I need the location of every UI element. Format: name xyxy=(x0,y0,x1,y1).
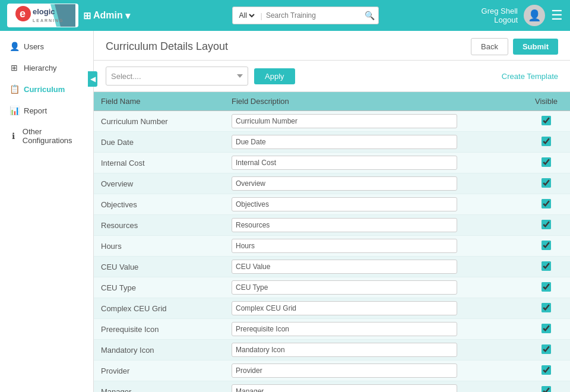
sidebar-label-curriculum: Curriculum xyxy=(24,85,65,94)
search-button[interactable]: 🔍 xyxy=(365,11,375,20)
visible-checkbox[interactable] xyxy=(542,241,551,250)
field-name-cell: Complex CEU Grid xyxy=(94,298,224,319)
visible-checkbox[interactable] xyxy=(542,344,551,354)
field-name-cell: CEU Value xyxy=(94,257,224,277)
search-input[interactable] xyxy=(266,11,361,20)
table-row: Objectives xyxy=(94,194,570,215)
header-actions: Back Submit xyxy=(471,38,558,55)
submit-button[interactable]: Submit xyxy=(513,39,558,55)
visible-checkbox[interactable] xyxy=(542,116,551,125)
search-bar: All | 🔍 xyxy=(232,7,378,24)
toolbar: Select.... Apply Create Template xyxy=(94,61,570,92)
visible-checkbox[interactable] xyxy=(542,324,551,333)
navbar-left: e elogic LEARNING ⊞ Admin ▾ xyxy=(7,4,130,27)
field-desc-input[interactable] xyxy=(232,218,457,232)
field-desc-cell xyxy=(224,236,522,257)
field-name-cell: Due Date xyxy=(94,132,224,153)
field-desc-cell xyxy=(224,319,522,340)
field-desc-input[interactable] xyxy=(232,176,457,191)
svg-text:elogic: elogic xyxy=(33,7,55,16)
sidebar-item-curriculum[interactable]: 📋 Curriculum xyxy=(0,78,93,100)
sidebar-item-users[interactable]: 👤 Users xyxy=(0,36,93,57)
svg-text:LEARNING: LEARNING xyxy=(33,18,64,23)
sidebar-item-other[interactable]: ℹ Other Configurations xyxy=(0,121,93,151)
avatar: 👤 xyxy=(524,5,545,26)
field-name-cell: Resources xyxy=(94,215,224,236)
sidebar-toggle[interactable]: ◀ xyxy=(88,71,97,87)
sidebar-label-users: Users xyxy=(24,42,44,51)
user-info: Greg Shell Logout xyxy=(482,7,518,24)
other-config-icon: ℹ xyxy=(10,131,18,141)
logout-link[interactable]: Logout xyxy=(494,15,518,24)
chevron-down-icon: ▾ xyxy=(125,10,130,21)
field-desc-cell xyxy=(224,153,522,173)
field-desc-input[interactable] xyxy=(232,280,457,295)
visible-cell xyxy=(522,173,570,194)
table-row: Complex CEU Grid xyxy=(94,298,570,319)
visible-checkbox[interactable] xyxy=(542,261,551,271)
create-template-link[interactable]: Create Template xyxy=(502,72,558,81)
field-desc-cell xyxy=(224,361,522,381)
apply-button[interactable]: Apply xyxy=(254,68,295,84)
field-desc-input[interactable] xyxy=(232,156,457,170)
table-row: Due Date xyxy=(94,132,570,153)
toolbar-left: Select.... Apply xyxy=(106,67,295,86)
col-visible: Visible xyxy=(522,92,570,111)
field-desc-input[interactable] xyxy=(232,135,457,149)
visible-checkbox[interactable] xyxy=(542,303,551,312)
field-desc-cell xyxy=(224,277,522,298)
field-name-cell: Internal Cost xyxy=(94,153,224,173)
sidebar-item-hierarchy[interactable]: ⊞ Hierarchy xyxy=(0,57,93,78)
report-icon: 📊 xyxy=(10,106,19,115)
admin-label[interactable]: ⊞ Admin ▾ xyxy=(83,10,130,21)
table-row: Hours xyxy=(94,236,570,257)
field-desc-cell xyxy=(224,132,522,153)
table-row: Internal Cost xyxy=(94,153,570,173)
content-area: Curriculum Details Layout Back Submit Se… xyxy=(94,31,570,392)
visible-cell xyxy=(522,215,570,236)
table-row: Curriculum Number xyxy=(94,111,570,132)
visible-checkbox[interactable] xyxy=(542,199,551,208)
user-name: Greg Shell xyxy=(482,7,518,15)
field-desc-cell xyxy=(224,381,522,393)
field-desc-input[interactable] xyxy=(232,260,457,274)
field-desc-input[interactable] xyxy=(232,384,457,392)
curriculum-icon: 📋 xyxy=(10,84,19,94)
field-desc-input[interactable] xyxy=(232,197,457,211)
field-desc-input[interactable] xyxy=(232,301,457,315)
svg-text:e: e xyxy=(20,8,26,20)
sidebar-item-report[interactable]: 📊 Report xyxy=(0,100,93,121)
hamburger-icon[interactable]: ☰ xyxy=(551,8,563,23)
field-desc-input[interactable] xyxy=(232,322,457,336)
visible-checkbox[interactable] xyxy=(542,220,551,229)
col-field-desc: Field Description xyxy=(224,92,522,111)
field-desc-input[interactable] xyxy=(232,239,457,253)
template-select[interactable]: Select.... xyxy=(106,67,248,86)
back-button[interactable]: Back xyxy=(471,38,508,55)
sidebar: ◀ 👤 Users ⊞ Hierarchy 📋 Curriculum 📊 Rep… xyxy=(0,31,94,392)
visible-checkbox[interactable] xyxy=(542,365,551,375)
field-name-cell: Provider xyxy=(94,361,224,381)
field-desc-cell xyxy=(224,340,522,361)
visible-cell xyxy=(522,361,570,381)
page-title: Curriculum Details Layout xyxy=(106,40,228,53)
visible-checkbox[interactable] xyxy=(542,386,551,393)
field-name-cell: CEU Type xyxy=(94,277,224,298)
field-desc-input[interactable] xyxy=(232,363,457,378)
table-row: CEU Type xyxy=(94,277,570,298)
search-divider: | xyxy=(260,11,262,20)
col-field-name: Field Name xyxy=(94,92,224,111)
visible-checkbox[interactable] xyxy=(542,137,551,146)
field-name-cell: Manager xyxy=(94,381,224,393)
field-desc-input[interactable] xyxy=(232,114,457,128)
visible-cell xyxy=(522,277,570,298)
field-desc-cell xyxy=(224,215,522,236)
search-filter-dropdown[interactable]: All xyxy=(236,11,256,20)
visible-cell xyxy=(522,381,570,393)
main-layout: ◀ 👤 Users ⊞ Hierarchy 📋 Curriculum 📊 Rep… xyxy=(0,31,570,392)
visible-checkbox[interactable] xyxy=(542,157,551,167)
field-desc-input[interactable] xyxy=(232,343,457,357)
field-desc-cell xyxy=(224,257,522,277)
visible-checkbox[interactable] xyxy=(542,282,551,292)
visible-checkbox[interactable] xyxy=(542,178,551,188)
